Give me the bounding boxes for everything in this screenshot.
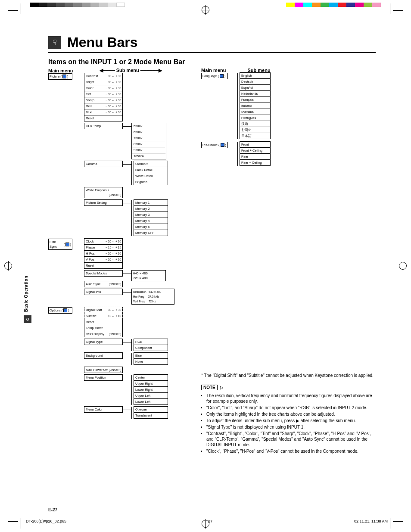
page-number: E-27 [48, 507, 57, 512]
lang-opt: English [240, 72, 271, 79]
lang-opt: 日本語 [240, 133, 271, 139]
main-fine-sync: Fine Sync () [48, 239, 72, 250]
menupos-opt: Lower Left [134, 398, 168, 405]
item-reset-opt: Reset [84, 319, 123, 325]
registration-mark-left [4, 262, 12, 270]
item-subtitle: Subtitle− 10 ↔ + 10 [84, 313, 123, 319]
menupos-opt: Upper Right [134, 380, 168, 387]
item-digital-shift: Digital Shift− 30 ↔ + 30 [84, 307, 123, 313]
mem-opt: Memory 5 [134, 224, 168, 230]
item-special-modes: Special Modes [84, 270, 123, 277]
item-osd-display: OSD Display[ON/OFF] [84, 331, 123, 337]
lang-opt: Nederlands [240, 90, 271, 97]
asterisk-note: * The "Digital Shift" and "Subtitle" can… [201, 373, 374, 379]
gamma-opt: Black Detail [134, 167, 168, 173]
clrtemp-opt: 8500k [132, 141, 166, 147]
sigtype-opt: Component [134, 345, 168, 351]
prj-opt: Front + Ceiling [240, 147, 271, 154]
prj-opt: Rear [240, 153, 271, 160]
item-color: Color− 30 ↔ + 30 [84, 85, 123, 91]
mem-opt: Memory 2 [134, 205, 168, 212]
gamma-opt: White Detail [134, 173, 168, 179]
picture-sliders: Contrast− 30 ↔ + 30 Bright− 30 ↔ + 30 Co… [82, 73, 168, 236]
section-tab-label: Basic Operation [24, 276, 28, 312]
main-prj-mode: PRJ Mode () [201, 142, 228, 148]
sigtype-opt: RGB [134, 339, 168, 345]
item-contrast: Contrast− 30 ↔ + 30 [84, 73, 123, 79]
registration-mark-top [202, 6, 209, 14]
item-bright: Bright− 30 ↔ + 30 [84, 79, 123, 85]
item-signal-type: Signal Type [84, 339, 123, 345]
item-menu-position: Menu Position [84, 374, 123, 381]
print-footer: DT-200(E)#p26_32.p65 27 02.11.21, 11:38 … [26, 519, 388, 523]
gamma-opt: Standard [134, 161, 168, 167]
footer-page: 27 [208, 519, 212, 523]
mem-opt: Memory OFF [134, 230, 168, 236]
item-phase: Phase− 15 ↔ + 15 [84, 244, 123, 251]
menucolor-opt: Opaque [134, 406, 168, 413]
main-options: Options () [48, 307, 72, 314]
clrtemp-opt: 7500k [132, 135, 166, 141]
gamma-opt: Brighten [134, 179, 168, 185]
options-icon [63, 308, 67, 312]
item-menu-color: Menu Color [84, 406, 123, 413]
page-title: Menu Bars [67, 34, 138, 50]
signal-info-block: Resolution 640 × 480 Hor Freq 37.5 kHz V… [131, 289, 174, 305]
menupos-opt: Lower Right [134, 386, 168, 393]
bg-opt: Blue [134, 352, 168, 359]
note-label: NOTE [201, 385, 218, 390]
item-clr-temp: CLR Temp [84, 123, 123, 129]
item-white-emphasis: White Emphasis[ON/OFF] [84, 187, 123, 198]
clrtemp-opt: 10500k [132, 153, 166, 159]
item-red: Red− 30 ↔ + 30 [84, 103, 123, 109]
main-menu-header-left: Main menu [48, 68, 73, 73]
menupos-opt: Upper Left [134, 392, 168, 399]
lang-opt: Português [240, 115, 271, 121]
lang-opt: 한국어 [240, 127, 271, 133]
footer-stamp: 02.11.21, 11:38 AM [354, 519, 388, 523]
item-sharp: Sharp− 30 ↔ + 30 [84, 97, 123, 103]
footer-file: DT-200(E)#p26_32.p65 [26, 519, 66, 523]
item-tint: Tint− 30 ↔ + 30 [84, 91, 123, 97]
item-signal-info: Signal Info [84, 289, 123, 295]
main-menu-header-right: Main menu [201, 68, 226, 73]
mem-opt: Memory 1 [134, 199, 168, 206]
section-tab: Basic Operation ↺ [24, 276, 31, 323]
prj-opt: Rear + Ceiling [240, 159, 271, 166]
prj-opt: Front [240, 141, 271, 148]
special-modes-list: 640 × 480 720 × 480 [131, 270, 166, 281]
item-auto-power-off: Auto Power Off[ON/OFF] [84, 367, 123, 373]
item-reset: Reset [84, 115, 123, 121]
mem-opt: Memory 4 [134, 218, 168, 224]
clrtemp-opt: 9300k [132, 147, 166, 153]
item-picture-setting: Picture Setting [84, 199, 123, 206]
clrtemp-opt: 5500k [132, 123, 166, 129]
note-item: "Signal Type" is not displayed when usin… [206, 424, 374, 430]
menucolor-opt: Translucent [134, 412, 168, 419]
lang-opt: Deutsch [240, 78, 271, 85]
note-item: "Color", "Tint", and "Sharp" do not appe… [206, 405, 374, 411]
picture-icon [62, 75, 66, 78]
item-auto-sync: Auto Sync[ON/OFF] [84, 281, 123, 287]
item-lamp-timer: Lamp Timer [84, 325, 123, 331]
section-tab-icon: ↺ [24, 315, 31, 323]
item-gamma: Gamma [84, 161, 123, 167]
clrtemp-opt: 6500k [132, 129, 166, 135]
notes-list: The resolution, vertical frequency and h… [201, 393, 374, 454]
note-item: The resolution, vertical frequency and h… [206, 393, 374, 404]
note-item: "Clock", "Phase", "H-Pos" and "V-Pos" ca… [206, 448, 374, 454]
registration-mark-right [399, 262, 407, 270]
prj-mode-icon [221, 143, 224, 147]
note-arrow-icon: ▷ [220, 385, 224, 390]
lang-opt: Svenska [240, 109, 271, 115]
mem-opt: Memory 3 [134, 212, 168, 218]
item-clock: Clock− 30 ↔ + 30 [84, 238, 123, 245]
colorbar-process [286, 3, 381, 7]
language-icon [220, 74, 224, 78]
note-item: "Contrast", "Bright", "Color", "Tint" an… [206, 431, 374, 448]
lang-opt: Español [240, 84, 271, 91]
main-picture: Picture () [48, 73, 72, 80]
title-icon: ☟ [48, 36, 61, 49]
lang-opt: Italiano [240, 103, 271, 109]
fine-sync-icon [65, 243, 69, 246]
